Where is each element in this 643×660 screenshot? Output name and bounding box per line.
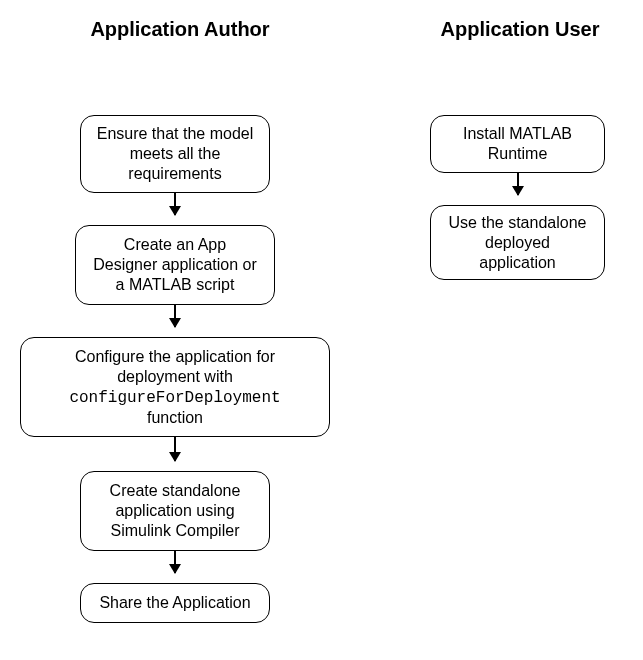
user-node-2: Use the standalone deployed application (430, 205, 605, 280)
arrow-a2-a3 (174, 305, 176, 327)
header-user: Application User (420, 18, 620, 41)
author-node-5-text: Share the Application (99, 593, 250, 613)
arrow-a3-a4 (174, 437, 176, 461)
arrow-a1-a2 (174, 193, 176, 215)
author-node-3-pre: Configure the application for deployment… (75, 348, 275, 385)
author-node-2-text: Create an App Designer application or a … (90, 235, 260, 295)
user-node-1-text: Install MATLAB Runtime (445, 124, 590, 164)
author-node-2: Create an App Designer application or a … (75, 225, 275, 305)
author-node-1: Ensure that the model meets all the requ… (80, 115, 270, 193)
author-node-3-post: function (147, 409, 203, 426)
author-node-4-text: Create standalone application using Simu… (95, 481, 255, 541)
author-node-3-text: Configure the application for deployment… (35, 347, 315, 428)
header-author: Application Author (70, 18, 290, 41)
author-node-5: Share the Application (80, 583, 270, 623)
arrow-a4-a5 (174, 551, 176, 573)
author-node-4: Create standalone application using Simu… (80, 471, 270, 551)
user-node-2-text: Use the standalone deployed application (445, 213, 590, 273)
author-node-1-text: Ensure that the model meets all the requ… (95, 124, 255, 184)
arrow-u1-u2 (517, 173, 519, 195)
author-node-3-code: configureForDeployment (69, 389, 280, 407)
user-node-1: Install MATLAB Runtime (430, 115, 605, 173)
author-node-3: Configure the application for deployment… (20, 337, 330, 437)
